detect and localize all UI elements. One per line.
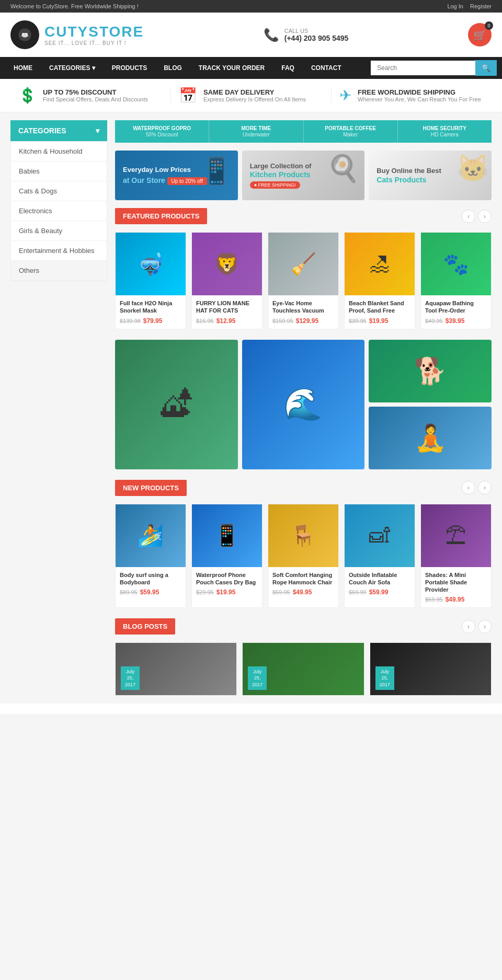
new-price-bodysurf: $59.95 [140,589,159,596]
product-card-shade[interactable]: ⛱ Shades: A Mini Portable Shade Provider… [420,504,492,608]
product-card-beach[interactable]: 🏖 Beach Blanket Sand Proof, Sand Free $3… [344,232,415,329]
register-link[interactable]: Register [470,3,492,9]
benefit-delivery: 📅 SAME DAY DELIVERY Express Delivery Is … [171,87,332,104]
sidebar-item-girls-beauty[interactable]: Girls & Beauty [11,221,107,241]
blog-prev-button[interactable]: ‹ [462,620,475,633]
blog-card-2[interactable]: July25,2017 [242,642,364,696]
svg-point-1 [22,33,24,35]
old-price-beach: $39.95 [349,318,367,324]
logo[interactable]: CUTYSTORE SEE IT... LOVE IT... BUY IT ! [10,20,144,49]
banners-section: Everyday Low Prices at Our Store Up to 2… [115,151,492,200]
blog-img-3: July25,2017 [370,643,491,695]
banner-1[interactable]: Everyday Low Prices at Our Store Up to 2… [115,151,238,200]
blog-date-3: July25,2017 [375,666,394,690]
sidebar-item-babies[interactable]: Babies [11,162,107,181]
product-card-aquapaw[interactable]: 🐾 Aquapaw Bathing Tool Pre-Order $49.95$… [420,232,492,329]
product-name-shade: Shades: A Mini Portable Shade Provider [425,571,487,594]
promo-camera[interactable]: HOME SECURITY HD Camera [398,120,492,143]
banner-3[interactable]: Buy Online the Best Cats Products 🐱 [369,151,492,200]
nav-track-order[interactable]: TRACK YOUR ORDER [190,57,273,79]
sidebar-menu: Kitchen & Household Babies Cats & Dogs E… [10,141,107,281]
search-button[interactable]: 🔍 [475,60,497,76]
promo-waterproof-sub: 50% Discount [146,132,178,137]
banner-2[interactable]: Large Collection of Kitchen Products ● F… [242,151,365,200]
blog-card-1[interactable]: July25,2017 [115,642,237,696]
product-name-waterproofphone: Waterproof Phone Pouch Cases Dry Bag [196,571,258,586]
sidebar-item-kitchen[interactable]: Kitchen & Household [11,142,107,162]
login-link[interactable]: Log In [447,3,463,9]
new-price-airsofa: $59.99 [369,589,389,596]
sidebar-item-electronics[interactable]: Electronics [11,201,107,221]
old-price-lionhat: $15.95 [196,318,214,324]
sidebar-item-cats-dogs[interactable]: Cats & Dogs [11,181,107,201]
nav-products[interactable]: PRODUCTS [104,57,155,79]
old-price-waterproofphone: $29.95 [196,589,214,595]
top-bar: Welcome to CutyStore. Free Worldwide Shi… [0,0,502,13]
product-card-lionhat[interactable]: 🦁 FURRY LION MANE HAT FOR CATS $15.95$12… [191,232,263,329]
new-price-shade: $49.95 [446,596,465,603]
new-price-snorkel: $79.95 [143,317,163,325]
big-image-dog[interactable]: 🐕 [369,340,492,402]
nav-home[interactable]: HOME [5,57,41,79]
new-products-prev-button[interactable]: ‹ [462,481,475,494]
product-card-hammockchair[interactable]: 🪑 Soft Comfort Hanging Rope Hammock Chai… [268,504,339,608]
promo-underwater-sub: Underwater [243,132,270,137]
sidebar-item-others[interactable]: Others [11,261,107,281]
new-products-next-button[interactable]: › [478,481,492,494]
banner2-line2: Kitchen Products [250,170,311,179]
benefit-discount-title: UP TO 75% DISCOUNT [43,88,116,96]
blog-date-1: July25,2017 [121,666,140,690]
sidebar: CATEGORIES ▾ Kitchen & Household Babies … [10,120,107,696]
old-price-hammockchair: $59.95 [272,589,290,595]
search-input[interactable] [371,61,475,75]
nav-contact[interactable]: CONTACT [303,57,350,79]
new-price-vacuum: $129.95 [296,317,318,325]
big-images-section: 🏕 🌊 🐕 🧘 [115,340,492,469]
product-img-vacuum: 🧹 [268,233,338,295]
product-name-airsofa: Outside Inflatable Couch Air Sofa [349,571,410,586]
sidebar-item-entertainment[interactable]: Entertainment & Hobbies [11,241,107,261]
product-img-waterproofphone: 📱 [192,504,262,567]
featured-nav: ‹ › [462,210,492,223]
product-card-bodysurf[interactable]: 🏄 Body surf using a Bodyboard $89.95$59.… [115,504,186,608]
call-us-label: CALL US [284,28,349,34]
blog-card-3[interactable]: July25,2017 [370,642,492,696]
cart-badge: 0 [485,21,493,30]
blog-next-button[interactable]: › [478,620,492,633]
cart-button[interactable]: 🛒 0 [468,23,492,47]
product-img-aquapaw: 🐾 [421,233,491,295]
product-card-airsofa[interactable]: 🛋 Outside Inflatable Couch Air Sofa $69.… [344,504,415,608]
navigation: HOME CATEGORIES ▾ PRODUCTS BLOG TRACK YO… [0,57,502,79]
big-image-surf[interactable]: 🌊 [242,340,365,469]
product-name-snorkel: Full face H2O Ninja Snorkel Mask [120,299,181,315]
nav-faq[interactable]: FAQ [273,57,303,79]
product-card-vacuum[interactable]: 🧹 Eye-Vac Home Touchless Vacuum $159.95$… [268,232,339,329]
shipping-icon: ✈ [339,87,351,104]
promo-waterproof[interactable]: WATERPROOF GoPro 50% Discount [115,120,209,143]
nav-blog[interactable]: BLOG [155,57,190,79]
promo-coffee[interactable]: PORTABLE COFFEE Maker [304,120,398,143]
product-img-hammockchair: 🪑 [268,504,338,567]
product-img-lionhat: 🦁 [192,233,262,295]
featured-next-button[interactable]: › [478,210,492,223]
big-image-hammock[interactable]: 🏕 [115,340,238,469]
new-products-grid: 🏄 Body surf using a Bodyboard $89.95$59.… [115,504,492,608]
svg-point-2 [26,33,28,35]
promo-underwater[interactable]: MORE TIME Underwater [209,120,303,143]
big-image-yoga[interactable]: 🧘 [369,407,492,469]
product-card-waterproofphone[interactable]: 📱 Waterproof Phone Pouch Cases Dry Bag $… [191,504,263,608]
benefits-bar: 💲 UP TO 75% DISCOUNT Find Special Offers… [0,79,502,112]
nav-categories[interactable]: CATEGORIES ▾ [41,57,104,79]
top-bar-message: Welcome to CutyStore. Free Worldwide Shi… [10,3,139,9]
new-price-hammockchair: $49.95 [293,589,312,596]
product-card-snorkel[interactable]: 🤿 Full face H2O Ninja Snorkel Mask $139.… [115,232,186,329]
promo-coffee-title: PORTABLE COFFEE [312,125,390,131]
sidebar-header[interactable]: CATEGORIES ▾ [10,120,107,141]
product-name-lionhat: FURRY LION MANE HAT FOR CATS [196,299,258,315]
product-img-bodysurf: 🏄 [116,504,186,567]
chevron-down-icon: ▾ [96,126,99,135]
header-phone: 📞 CALL US (+44) 203 905 5495 [264,28,349,42]
featured-prev-button[interactable]: ‹ [462,210,475,223]
blog-nav: ‹ › [462,620,492,633]
blog-grid: July25,2017 July25,2017 July25,2017 [115,642,492,696]
